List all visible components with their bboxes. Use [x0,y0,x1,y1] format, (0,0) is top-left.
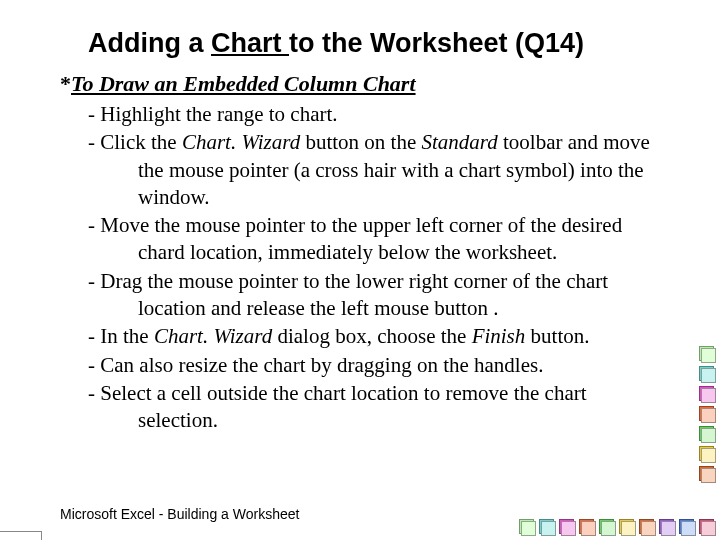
square-icon [699,519,714,534]
square-icon [579,519,594,534]
title-underlined: Chart [211,28,289,58]
bullet-em: Chart. Wizard [154,324,272,348]
bullet-text: button. [525,324,589,348]
list-item: - Highlight the range to chart. [88,101,660,128]
square-icon [539,519,554,534]
square-icon [699,446,714,461]
footer-text: Microsoft Excel - Building a Worksheet [60,506,299,522]
list-item: - Can also resize the chart by dragging … [88,352,660,379]
square-icon [639,519,654,534]
square-icon [699,466,714,481]
list-item: - Click the Chart. Wizard button on the … [88,129,660,211]
title-post: to the Worksheet (Q14) [289,28,584,58]
slide-title: Adding a Chart to the Worksheet (Q14) [88,28,660,59]
list-item: - Select a cell outside the chart locati… [88,380,660,435]
square-icon [599,519,614,534]
section-heading: * To Draw an Embedded Column Chart [60,71,660,97]
list-item: - In the Chart. Wizard dialog box, choos… [88,323,660,350]
square-icon [519,519,534,534]
square-icon [559,519,574,534]
square-icon [699,406,714,421]
square-icon [619,519,634,534]
bullet-text: - Drag the mouse pointer to the lower ri… [88,269,608,320]
bullet-text: - Select a cell outside the chart locati… [88,381,587,432]
bullet-text: - Can also resize the chart by dragging … [88,353,543,377]
bullet-text: - Click the [88,130,182,154]
square-icon [699,386,714,401]
bullet-em: Standard [421,130,497,154]
bullet-em: Chart. Wizard [182,130,300,154]
section-heading-text: To Draw an Embedded Column Chart [71,71,416,96]
bullet-text: dialog box, choose the [272,324,471,348]
square-icon [659,519,674,534]
asterisk-icon: * [60,71,71,97]
bullet-text: - Highlight the range to chart. [88,102,338,126]
bullet-em: Finish [472,324,526,348]
title-pre: Adding a [88,28,211,58]
square-icon [699,366,714,381]
list-item: - Drag the mouse pointer to the lower ri… [88,268,660,323]
tab-stub [0,531,42,540]
bullet-text: button on the [300,130,421,154]
bullet-text: - Move the mouse pointer to the upper le… [88,213,622,264]
bullet-text: - In the [88,324,154,348]
slide: Adding a Chart to the Worksheet (Q14) * … [0,0,720,540]
bullet-list: - Highlight the range to chart. - Click … [60,101,660,435]
square-icon [699,426,714,441]
square-icon [679,519,694,534]
list-item: - Move the mouse pointer to the upper le… [88,212,660,267]
square-icon [699,346,714,361]
